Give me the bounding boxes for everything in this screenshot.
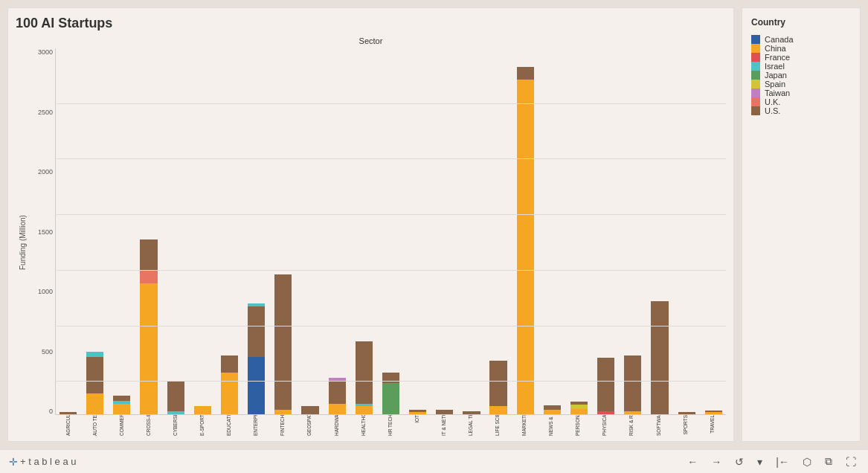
bar-segment (140, 239, 157, 271)
x-label: CYBERSECURITY (162, 415, 189, 437)
bar-segment (167, 411, 184, 414)
bar-segment (301, 406, 318, 414)
y-axis-tick: 0 (27, 408, 53, 415)
nav-reload-button[interactable]: ↺ (732, 454, 747, 469)
nav-forward-button[interactable]: → (708, 454, 724, 469)
legend-swatch (751, 35, 760, 44)
share-button[interactable]: ⬡ (800, 454, 814, 469)
bar-segment (221, 355, 238, 372)
stacked-bar (60, 412, 77, 415)
x-label-text: PERSONAL ASSISTANTS (576, 415, 581, 436)
x-label: RISK & REGULATORY COM... (619, 415, 646, 437)
stacked-bar (570, 402, 588, 414)
bar-segment (517, 80, 534, 414)
x-label: IT & NETWORKS (431, 415, 457, 437)
bar-segment (113, 396, 130, 401)
bar-segment (517, 67, 534, 80)
x-label-text: AGRICULTURE (66, 415, 71, 436)
x-label-text: FINTECH & INSURANCE (280, 415, 286, 436)
bar-segment (597, 411, 614, 414)
x-label: LIFE SCIENCE (484, 415, 511, 437)
y-axis-tick: 500 (27, 348, 53, 355)
y-axis-tick: 2500 (27, 109, 53, 116)
stacked-bar (489, 361, 507, 414)
legend-swatch (751, 53, 760, 62)
x-label: TRAVEL (699, 415, 726, 437)
y-axis-label: Funding (Million) (16, 48, 27, 437)
stacked-bar (167, 382, 184, 414)
x-label-text: RISK & REGULATORY COM... (629, 415, 634, 436)
bar-segment (678, 412, 695, 415)
tableau-cross-icon: ✛ (9, 456, 18, 468)
x-label: EDUCATION (216, 415, 242, 437)
x-label-text: NEWS & MEDIA (549, 415, 554, 436)
legend-label: Taiwan (765, 89, 790, 97)
bar-segment (274, 410, 292, 414)
stacked-bar (624, 355, 641, 414)
legend-item: China (751, 44, 851, 53)
legend-item: Israel (751, 62, 851, 71)
x-label-text: CYBERSECURITY (173, 415, 179, 436)
x-label-text: LEGAL TECH (469, 415, 474, 436)
stacked-bar (597, 358, 614, 414)
bar-segment (221, 373, 238, 414)
nav-back-button[interactable]: ← (684, 454, 701, 469)
x-labels: AGRICULTUREAUTO TECHCOMMERCECROSS-INDUST… (55, 415, 726, 437)
bar-segment (356, 406, 373, 414)
stacked-bar (678, 412, 695, 415)
bar-segment (167, 382, 184, 411)
window-button[interactable]: ⧉ (822, 454, 835, 469)
x-label-text: SPORTS (684, 415, 689, 435)
bar-segment (274, 274, 292, 411)
x-label-text: GEOSPATIAL ANALYTICS (307, 415, 312, 436)
legend-swatch (751, 71, 760, 80)
bar-segment (705, 412, 722, 414)
tableau-logo-text: + t a b l e a u (20, 456, 77, 467)
legend-label: Canada (765, 35, 794, 44)
stacked-bar (329, 378, 346, 414)
fullscreen-button[interactable]: ⛶ (843, 454, 859, 469)
stacked-bar (194, 406, 211, 414)
stacked-bar (651, 301, 668, 414)
stacked-bar (248, 303, 265, 414)
nav-first-button[interactable]: |← (773, 454, 792, 469)
stacked-bar (436, 410, 453, 414)
nav-dropdown-button[interactable]: ▾ (754, 454, 765, 469)
legend-item: Japan (751, 71, 851, 80)
x-label: GEOSPATIAL ANALYTICS (297, 415, 324, 437)
legend-item: Canada (751, 35, 851, 44)
x-label-text: HR TECH (388, 415, 393, 436)
legend-item: Spain (751, 80, 851, 89)
legend-swatch (751, 80, 760, 89)
x-label: FINTECH & INSURANCE (270, 415, 297, 437)
legend-label: France (765, 53, 790, 62)
x-label-text: TRAVEL (710, 415, 716, 434)
sector-label: Sector (16, 36, 726, 45)
tableau-logo: ✛ + t a b l e a u (9, 456, 77, 468)
chart-area: Sector Funding (Million) 050010001500200… (16, 35, 726, 437)
x-label: MARKETING, SALES, CRM (511, 415, 538, 437)
legend-swatch (751, 106, 760, 115)
legend-label: China (765, 44, 786, 53)
gridline (55, 103, 726, 104)
chart-title: 100 AI Startups (16, 16, 726, 31)
y-axis-ticks: 050010001500200025003000 (27, 48, 53, 415)
x-label: PERSONAL ASSISTANTS (565, 415, 591, 437)
legend-item: U.K. (751, 97, 851, 106)
bar-segment (489, 406, 507, 414)
x-label-text: ENTERPRISE AI (254, 415, 259, 436)
bar-segment (140, 283, 157, 414)
x-label-text: EDUCATION (227, 415, 232, 436)
x-label-text: HEALTHCARE (361, 415, 367, 436)
x-label: HEALTHCARE (350, 415, 377, 437)
bar-segment (356, 341, 373, 404)
x-label-text: LIFE SCIENCE (495, 415, 501, 436)
bar-segment (436, 410, 453, 414)
x-label: NEWS & MEDIA (538, 415, 565, 437)
gridline (55, 158, 726, 159)
footer-controls[interactable]: ← → ↺ ▾ |← ⬡ ⧉ ⛶ (684, 454, 859, 469)
stacked-bar (544, 405, 561, 414)
x-label-text: CROSS-INDUSTRY (147, 415, 152, 436)
legend-title: Country (751, 17, 851, 28)
stacked-bar (301, 406, 318, 414)
